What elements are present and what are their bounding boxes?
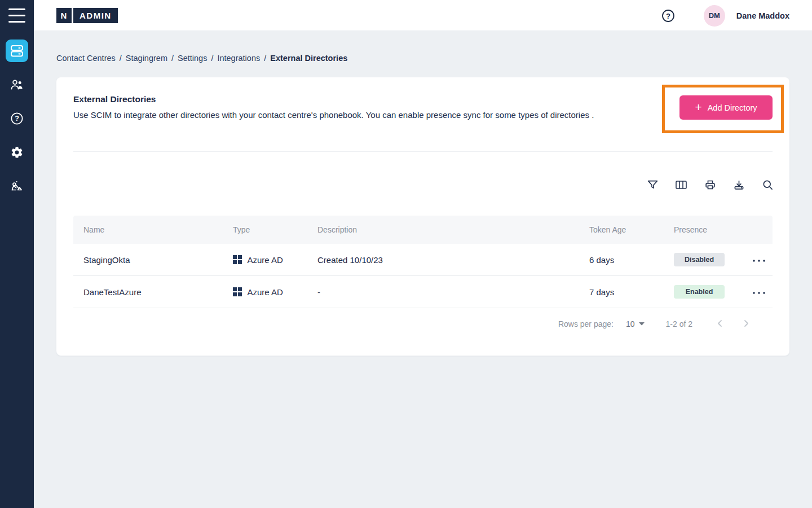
breadcrumb-separator: / bbox=[211, 54, 213, 63]
logo-n-block: N bbox=[56, 8, 72, 23]
rows-per-page-value: 10 bbox=[626, 319, 635, 329]
add-directory-button[interactable]: + Add Directory bbox=[679, 95, 773, 120]
search-button[interactable] bbox=[761, 179, 774, 191]
svg-text:?: ? bbox=[666, 11, 670, 20]
azure-ad-icon bbox=[233, 255, 242, 264]
filter-icon bbox=[647, 179, 659, 191]
external-directories-card: External Directories Use SCIM to integra… bbox=[56, 77, 789, 356]
page-description: Use SCIM to integrate other directories … bbox=[73, 110, 594, 120]
directory-type: Azure AD bbox=[223, 255, 307, 265]
sidebar: ? bbox=[0, 0, 34, 508]
column-header-token-age: Token Age bbox=[579, 225, 664, 234]
gear-icon bbox=[10, 146, 24, 159]
directory-name: StagingOkta bbox=[73, 255, 223, 265]
main-content: Contact Centres/Stagingrem/Settings/Inte… bbox=[34, 31, 812, 508]
previous-page-button[interactable] bbox=[713, 317, 727, 331]
rows-per-page-label: Rows per page: bbox=[558, 319, 614, 329]
servers-icon bbox=[10, 43, 24, 58]
breadcrumb-separator: / bbox=[264, 54, 266, 63]
help-icon: ? bbox=[10, 111, 24, 126]
print-button[interactable] bbox=[704, 179, 716, 191]
directory-type: Azure AD bbox=[223, 287, 307, 297]
table-toolbar bbox=[646, 179, 774, 191]
topbar-right: ? DM Dane Maddox bbox=[661, 0, 789, 31]
token-age: 6 days bbox=[579, 255, 664, 265]
filter-button[interactable] bbox=[646, 179, 659, 191]
breadcrumb-separator: / bbox=[120, 54, 122, 63]
sidebar-item-help[interactable]: ? bbox=[6, 107, 28, 130]
column-header-name: Name bbox=[73, 225, 223, 234]
divider bbox=[73, 151, 773, 152]
chevron-down-icon bbox=[639, 322, 645, 326]
download-icon bbox=[733, 179, 745, 191]
breadcrumb-settings[interactable]: Settings bbox=[178, 54, 207, 63]
users-icon bbox=[10, 78, 24, 91]
page-title: External Directories bbox=[73, 94, 156, 104]
next-page-button[interactable] bbox=[739, 317, 753, 331]
column-header-description: Description bbox=[307, 225, 579, 234]
table-header-row: Name Type Description Token Age Presence bbox=[73, 216, 773, 244]
breadcrumb-contact-centres[interactable]: Contact Centres bbox=[56, 54, 116, 63]
chevron-right-icon bbox=[742, 319, 751, 328]
add-directory-label: Add Directory bbox=[708, 103, 757, 112]
row-actions-button[interactable] bbox=[749, 253, 769, 266]
search-icon bbox=[762, 179, 774, 191]
directory-description: - bbox=[307, 287, 579, 297]
table-row: DaneTestAzure Azure AD - 7 days Enabled bbox=[73, 276, 773, 308]
app-logo: N ADMIN bbox=[56, 8, 118, 23]
azure-ad-icon bbox=[233, 287, 242, 296]
sidebar-item-users[interactable] bbox=[6, 73, 28, 96]
logo-admin-block: ADMIN bbox=[73, 8, 118, 23]
ellipsis-icon bbox=[752, 291, 766, 295]
sidebar-item-labs[interactable] bbox=[6, 176, 28, 198]
ellipsis-icon bbox=[752, 259, 766, 262]
breadcrumb-stagingrem[interactable]: Stagingrem bbox=[126, 54, 167, 63]
user-name: Dane Maddox bbox=[736, 11, 789, 20]
help-button[interactable]: ? bbox=[661, 8, 676, 23]
directory-description: Created 10/10/23 bbox=[307, 255, 579, 265]
breadcrumb-separator: / bbox=[171, 54, 174, 63]
token-age: 7 days bbox=[579, 287, 664, 297]
download-button[interactable] bbox=[732, 179, 745, 191]
help-icon: ? bbox=[661, 8, 676, 23]
column-header-type: Type bbox=[223, 225, 307, 234]
pagination: Rows per page: 10 1-2 of 2 bbox=[558, 317, 753, 331]
hamburger-menu-button[interactable] bbox=[8, 8, 25, 23]
directory-name: DaneTestAzure bbox=[73, 287, 223, 297]
column-header-presence: Presence bbox=[664, 225, 737, 234]
table-row: StagingOkta Azure AD Created 10/10/23 6 … bbox=[73, 244, 773, 276]
columns-icon bbox=[675, 179, 687, 191]
presence-badge: Enabled bbox=[674, 285, 725, 299]
rows-per-page-select[interactable]: 10 bbox=[626, 319, 645, 329]
pagination-range: 1-2 of 2 bbox=[666, 319, 692, 329]
topbar: N ADMIN ? DM Dane Maddox bbox=[34, 0, 812, 31]
breadcrumb: Contact Centres/Stagingrem/Settings/Inte… bbox=[56, 54, 347, 63]
plus-icon: + bbox=[695, 101, 701, 113]
sidebar-item-settings[interactable] bbox=[6, 141, 28, 164]
columns-button[interactable] bbox=[675, 179, 687, 191]
svg-text:?: ? bbox=[15, 115, 19, 122]
chevron-left-icon bbox=[716, 319, 725, 328]
breadcrumb-current: External Directories bbox=[270, 54, 347, 63]
print-icon bbox=[704, 179, 716, 191]
directories-table: Name Type Description Token Age Presence… bbox=[73, 216, 773, 308]
directory-type-label: Azure AD bbox=[248, 255, 283, 265]
presence-badge: Disabled bbox=[674, 253, 725, 266]
breadcrumb-integrations[interactable]: Integrations bbox=[217, 54, 260, 63]
sidebar-item-directories[interactable] bbox=[6, 40, 28, 62]
app-window: ? N ADMIN bbox=[0, 0, 812, 508]
user-avatar[interactable]: DM bbox=[704, 5, 725, 27]
construction-worker-icon bbox=[10, 180, 24, 194]
directory-type-label: Azure AD bbox=[248, 287, 283, 297]
row-actions-button[interactable] bbox=[749, 286, 769, 299]
